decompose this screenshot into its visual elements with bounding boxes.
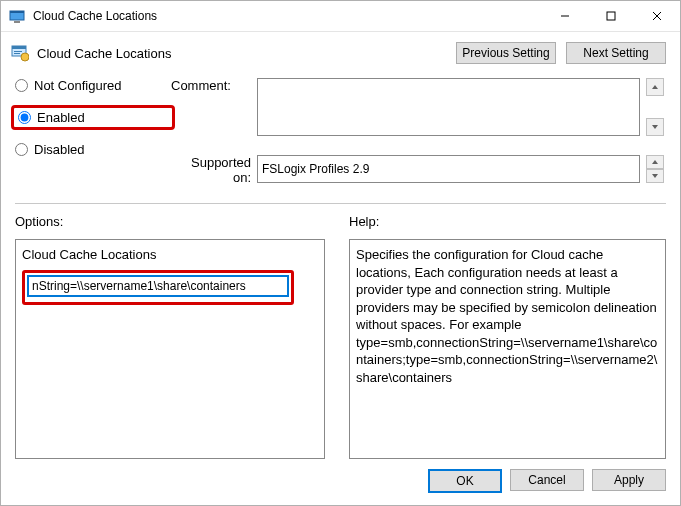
close-button[interactable] <box>634 1 680 31</box>
help-column: Help: Specifies the configuration for Cl… <box>349 214 666 459</box>
svg-point-11 <box>21 53 29 61</box>
svg-marker-13 <box>652 125 658 129</box>
window-title: Cloud Cache Locations <box>33 9 542 23</box>
svg-line-5 <box>653 12 661 20</box>
dialog-buttons: OK Cancel Apply <box>1 459 680 505</box>
svg-rect-4 <box>607 12 615 20</box>
svg-marker-12 <box>652 85 658 89</box>
supported-value: FSLogix Profiles 2.9 <box>257 155 640 183</box>
svg-rect-2 <box>14 21 20 23</box>
comment-box <box>257 78 640 139</box>
options-panel: Cloud Cache Locations <box>15 239 325 459</box>
svg-rect-10 <box>14 53 20 54</box>
radio-disabled-label: Disabled <box>34 142 85 157</box>
policy-icon <box>11 44 29 62</box>
cancel-button[interactable]: Cancel <box>510 469 584 491</box>
scroll-up-icon[interactable] <box>646 78 664 96</box>
cloud-cache-locations-input[interactable] <box>28 276 288 296</box>
scroll-down-icon[interactable] <box>646 169 664 183</box>
options-column: Options: Cloud Cache Locations <box>15 214 325 459</box>
svg-rect-1 <box>10 11 24 13</box>
options-field-label: Cloud Cache Locations <box>22 246 318 264</box>
ok-button[interactable]: OK <box>428 469 502 493</box>
supported-box: FSLogix Profiles 2.9 <box>257 155 640 183</box>
radio-disabled-input[interactable] <box>15 143 28 156</box>
help-label: Help: <box>349 214 666 229</box>
highlight-options-input <box>22 270 294 305</box>
comment-input[interactable] <box>257 78 640 136</box>
svg-rect-9 <box>14 51 22 52</box>
radio-not-configured-label: Not Configured <box>34 78 121 93</box>
highlight-enabled: Enabled <box>11 105 175 130</box>
maximize-button[interactable] <box>588 1 634 31</box>
state-area: Not Configured Enabled Disabled Comment: <box>1 68 680 185</box>
comment-label: Comment: <box>171 78 251 93</box>
svg-marker-15 <box>652 174 658 178</box>
svg-line-6 <box>653 12 661 20</box>
scroll-up-icon[interactable] <box>646 155 664 169</box>
next-setting-button[interactable]: Next Setting <box>566 42 666 64</box>
radio-enabled-label: Enabled <box>37 110 85 125</box>
policy-title: Cloud Cache Locations <box>37 46 446 61</box>
lower-area: Options: Cloud Cache Locations Help: Spe… <box>1 204 680 459</box>
scroll-down-icon[interactable] <box>646 118 664 136</box>
svg-marker-14 <box>652 160 658 164</box>
options-label: Options: <box>15 214 325 229</box>
help-text: Specifies the configuration for Cloud ca… <box>356 247 657 385</box>
header: Cloud Cache Locations Previous Setting N… <box>1 32 680 68</box>
comment-scrollbar <box>646 78 666 136</box>
previous-setting-button[interactable]: Previous Setting <box>456 42 556 64</box>
supported-scrollbar <box>646 155 666 183</box>
app-icon <box>9 8 25 24</box>
supported-label: Supported on: <box>171 155 251 185</box>
minimize-button[interactable] <box>542 1 588 31</box>
radio-not-configured-input[interactable] <box>15 79 28 92</box>
radio-not-configured[interactable]: Not Configured <box>15 78 165 93</box>
radio-enabled-input[interactable] <box>18 111 31 124</box>
window-controls <box>542 1 680 31</box>
gpo-editor-window: Cloud Cache Locations Cloud Cache Loca <box>0 0 681 506</box>
apply-button[interactable]: Apply <box>592 469 666 491</box>
svg-rect-8 <box>12 46 26 49</box>
radio-enabled[interactable]: Enabled <box>18 110 162 125</box>
titlebar: Cloud Cache Locations <box>1 1 680 32</box>
radio-disabled[interactable]: Disabled <box>15 142 165 157</box>
help-panel: Specifies the configuration for Cloud ca… <box>349 239 666 459</box>
state-radios: Not Configured Enabled Disabled <box>15 78 165 157</box>
